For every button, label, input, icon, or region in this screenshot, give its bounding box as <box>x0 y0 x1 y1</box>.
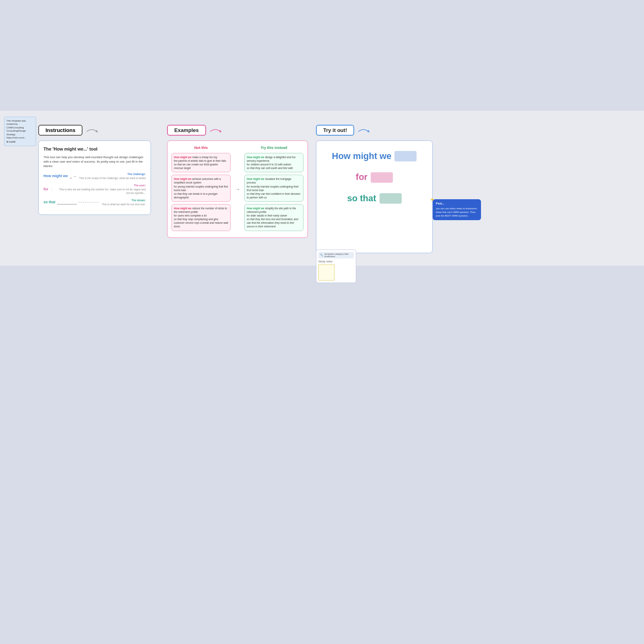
try-example-2: How might we visualize the mortgage proc… <box>244 175 303 202</box>
column-divider-arrow: → <box>234 145 241 233</box>
attribution-line3: Strategy https://miro.com/... <box>6 133 34 140</box>
hmw-display-row2: for <box>322 167 427 187</box>
so-that-hint-detail: This is what we want for our end user. <box>102 202 146 206</box>
instructions-tab[interactable]: Instructions <box>38 125 83 136</box>
hmw-hint-label: The challenge: <box>79 172 146 176</box>
hmw-fill-line <box>70 174 72 178</box>
not-this-column: Not this How might we make a cheap fun t… <box>171 145 231 233</box>
so-that-label: so that <box>43 200 56 205</box>
examples-tab-label: Examples <box>174 127 199 133</box>
not-example-2: How might we achieve outcomes with a sim… <box>171 175 231 202</box>
try-it-panel: Try it out! How might we for <box>316 125 433 253</box>
sticky-note-placeholder <box>318 264 334 281</box>
try-it-tab-label: Try it out! <box>323 127 347 133</box>
try-it-tab[interactable]: Try it out! <box>316 125 354 136</box>
instructions-arrow-icon <box>86 128 98 136</box>
examples-box: Not this How might we make a cheap fun t… <box>167 140 308 238</box>
examples-arrow-icon <box>209 128 221 136</box>
try-this-header: Try this instead <box>244 145 303 151</box>
tip-box: Psst... you can use sticky notes to brai… <box>433 199 481 220</box>
so-that-display-word: so that <box>347 189 376 208</box>
template-card: 🔧 template-category-title-timeframe Stic… <box>316 250 356 283</box>
sparkle-icon: ✦ <box>430 196 435 203</box>
for-hint-detail: This is who we are building the solution… <box>57 188 146 196</box>
instructions-tab-label: Instructions <box>45 127 75 133</box>
examples-tab[interactable]: Examples <box>167 125 206 136</box>
so-that-dash <box>78 202 99 202</box>
for-label: for <box>43 187 48 192</box>
instructions-title: The 'How might we...' tool <box>43 146 146 153</box>
tip-label: Psst... <box>436 202 478 206</box>
top-gray-band <box>0 0 644 111</box>
try-it-box: How might we for so that <box>316 140 433 253</box>
for-display-word: for <box>356 167 367 187</box>
hmw-display-row1: How might we <box>322 147 427 166</box>
try-this-column: Try this instead How might we design a d… <box>244 145 303 233</box>
attribution-line1: This template was created by <box>6 119 34 126</box>
so-that-fill-line <box>57 200 77 204</box>
for-hint-label: The user: <box>57 184 146 188</box>
hmw-hint-detail: This is the scope of the challenge, what… <box>79 176 146 180</box>
try-it-arrow-icon <box>357 128 369 136</box>
for-placeholder-box <box>371 172 393 183</box>
tip-text: you can use sticky notes to brainstorm i… <box>436 207 478 218</box>
not-this-header: Not this <box>171 145 231 151</box>
try-example-3: How might we simplify the site path to t… <box>244 204 303 231</box>
template-title-text: template-category-title-timeframe <box>324 253 352 258</box>
instructions-box: The 'How might we...' tool This tool can… <box>38 140 151 215</box>
hmw-display-word: How might we <box>332 147 392 166</box>
hmw-display: How might we for so that <box>322 147 427 208</box>
sticky-note-label: Sticky notes <box>318 260 354 263</box>
instructions-description: This tool can help you develop well-roun… <box>43 155 146 169</box>
so-that-placeholder-box <box>380 193 402 204</box>
not-example-1: How might we make a cheap fun toy the pa… <box>171 153 231 172</box>
examples-panel: Examples Not this How might we make a ch… <box>167 125 308 238</box>
hmw-display-row3: so that <box>322 189 427 208</box>
template-card-title: 🔧 template-category-title-timeframe <box>318 252 354 258</box>
hmw-dash <box>74 176 76 177</box>
canvas-area: This template was created by CXM/Consult… <box>0 113 644 475</box>
hmw-placeholder-box <box>394 151 417 161</box>
so-that-hint-label: The dream: <box>102 198 146 202</box>
instructions-panel: Instructions The 'How might we...' tool … <box>38 125 151 215</box>
attribution-brand: & Lucid <box>6 140 34 143</box>
so-that-row: so that The dream: This is what we want … <box>43 198 146 206</box>
attribution-line2: CXM/Consulting Consulting/Design <box>6 126 34 133</box>
hmw-label: How might we <box>43 173 68 179</box>
hmw-row: How might we The challenge: This is the … <box>43 172 146 180</box>
try-example-1: How might we design a delightful and fun… <box>244 153 303 172</box>
examples-columns: Not this How might we make a cheap fun t… <box>171 145 303 233</box>
not-example-3: How might we reduce the number of clicks… <box>171 204 231 231</box>
attribution-card: This template was created by CXM/Consult… <box>4 117 36 146</box>
for-row: for , The user: This is who we are build… <box>43 184 146 195</box>
